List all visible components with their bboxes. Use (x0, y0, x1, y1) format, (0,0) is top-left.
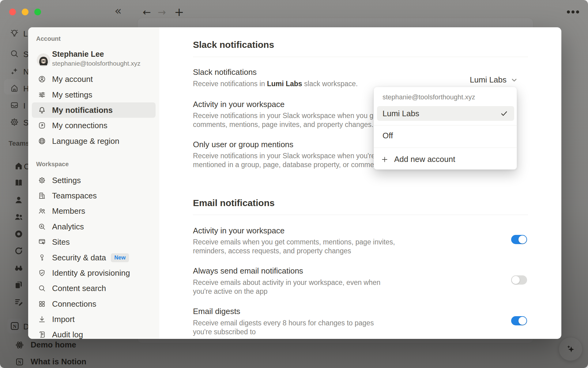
description-text: slack workspace. (302, 80, 358, 88)
sidebar-item-connections[interactable]: Connections (32, 296, 156, 312)
dropdown-add-new-account[interactable]: Add new account (381, 155, 455, 164)
select-value: Lumi Labs (470, 75, 507, 85)
toggle-email-digests[interactable] (511, 316, 527, 325)
slack-workspace-select[interactable]: Lumi Labs (470, 75, 518, 85)
magnifier-icon (38, 284, 46, 292)
sidebar-page-label[interactable]: What is Notion (31, 357, 86, 366)
ai-sparkle-icon (565, 343, 576, 355)
person-icon[interactable] (14, 195, 23, 205)
toggle-always-send-emails[interactable] (511, 275, 527, 285)
sidebar-item-import[interactable]: Import (32, 312, 156, 327)
sidebar-item-content-search[interactable]: Content search (32, 281, 156, 296)
setting-description: Receive notifications in your Slack work… (193, 151, 380, 169)
dropdown-option-lumi-labs[interactable]: Lumi Labs (377, 106, 514, 121)
sidebar-item-members[interactable]: Members (32, 203, 156, 219)
sidebar-item-sites[interactable]: Sites (32, 234, 156, 250)
target-icon[interactable] (14, 229, 23, 239)
sidebar-item-label: Content search (52, 284, 106, 293)
screen: « ← → + L S N H I S Teams C N D (0, 0, 588, 368)
rail-label-sliver: L (23, 29, 28, 39)
cycle-icon[interactable] (14, 246, 23, 255)
sidebar-item-security-data[interactable]: Security & data New (32, 250, 156, 265)
divider (374, 125, 517, 125)
zoom-window-button[interactable] (34, 9, 41, 15)
inbox-icon[interactable] (10, 101, 19, 110)
new-tab-icon[interactable]: + (174, 6, 184, 18)
user-name: Stephanie Lee (52, 50, 104, 59)
minimize-window-button[interactable] (22, 9, 28, 15)
sidebar-item-label: My connections (52, 121, 107, 130)
sidebar-item-audit-log[interactable]: Audit log (32, 327, 156, 339)
new-badge: New (111, 253, 129, 262)
search-icon[interactable] (10, 49, 19, 58)
chevron-down-icon (511, 77, 518, 83)
toggle-knob (518, 236, 526, 243)
toggle-activity-emails[interactable] (511, 235, 527, 244)
sidebar-page-label[interactable]: Demo home (31, 340, 76, 350)
sidebar-item-label: Settings (52, 176, 81, 185)
setting-title: Always send email notifications (193, 266, 303, 276)
setting-title: Email digests (193, 307, 240, 316)
sidebar-item-label: My settings (52, 90, 92, 100)
magnifier-plus-icon (38, 223, 46, 231)
rail-label-sliver: I (23, 101, 25, 111)
download-arrow-icon (38, 315, 46, 323)
sidebar-item-analytics[interactable]: Analytics (32, 219, 156, 234)
globe-icon (38, 137, 46, 145)
sidebar-item-identity-provisioning[interactable]: Identity & provisioning (32, 265, 156, 281)
house-icon[interactable] (14, 161, 23, 171)
sidebar-item-label: Security & data (52, 253, 106, 263)
more-menu-icon[interactable] (567, 10, 579, 13)
sidebar-item-label: Members (52, 206, 85, 216)
dropdown-option-off[interactable]: Off (383, 131, 393, 140)
sidebar-item-my-notifications[interactable]: My notifications (32, 102, 156, 118)
back-icon[interactable]: ← (143, 7, 151, 17)
lightbulb-icon[interactable] (10, 29, 19, 38)
atom-icon (15, 340, 24, 350)
close-window-button[interactable] (9, 9, 16, 15)
plus-icon (381, 155, 389, 163)
gear-icon (38, 176, 46, 184)
arrow-up-right-box-icon (38, 121, 46, 129)
forward-icon[interactable]: → (158, 7, 166, 17)
sidebar-page-demo-home[interactable] (15, 340, 24, 351)
notion-ai-button[interactable] (559, 337, 582, 361)
book-icon[interactable] (14, 178, 23, 187)
teams-section-label: Teams (9, 140, 29, 148)
workspace-section-label: Workspace (36, 161, 69, 168)
binoculars-icon[interactable] (14, 263, 23, 273)
people-icon (38, 207, 46, 215)
sidebar-collapse-icon[interactable]: « (115, 5, 122, 17)
bell-icon (38, 106, 46, 114)
sidebar-item-language-region[interactable]: Language & region (32, 133, 156, 149)
email-section-heading: Email notifications (193, 198, 275, 208)
divider (193, 215, 528, 215)
grid-icon (38, 300, 46, 308)
sliders-icon (38, 91, 46, 99)
sidebar-item-label: My notifications (52, 105, 113, 115)
notion-cube-icon: N (15, 357, 24, 366)
sidebar-item-my-connections[interactable]: My connections (32, 118, 156, 133)
divider (374, 148, 517, 148)
browser-cursor-icon (38, 238, 46, 246)
svg-text:N: N (13, 324, 17, 329)
sidebar-item-my-account[interactable]: My account (32, 71, 156, 87)
sidebar-item-teamspaces[interactable]: Teamspaces (32, 188, 156, 203)
group-icon[interactable] (14, 212, 23, 221)
compose-icon[interactable] (14, 297, 23, 307)
home-icon[interactable] (10, 83, 19, 93)
gear-icon[interactable] (10, 117, 19, 127)
slack-workspace-dropdown: stephanie@toolsforthought.xyz Lumi Labs … (374, 87, 517, 170)
sparkles-icon[interactable] (10, 67, 19, 76)
option-label: Lumi Labs (383, 109, 419, 118)
pages-icon[interactable] (14, 280, 23, 289)
avatar (37, 53, 50, 67)
setting-description: Receive emails about activity in your wo… (193, 278, 380, 296)
sidebar-page-what-is-notion[interactable]: N (15, 357, 24, 368)
sidebar-item-settings[interactable]: Settings (32, 173, 156, 188)
sidebar-item-my-settings[interactable]: My settings (32, 87, 156, 102)
scroll-icon (38, 331, 46, 339)
rail-label-sliver: S (23, 118, 28, 128)
setting-description: Receive emails when you get comments, me… (193, 238, 395, 255)
sidebar-item-label: Audit log (52, 330, 83, 339)
